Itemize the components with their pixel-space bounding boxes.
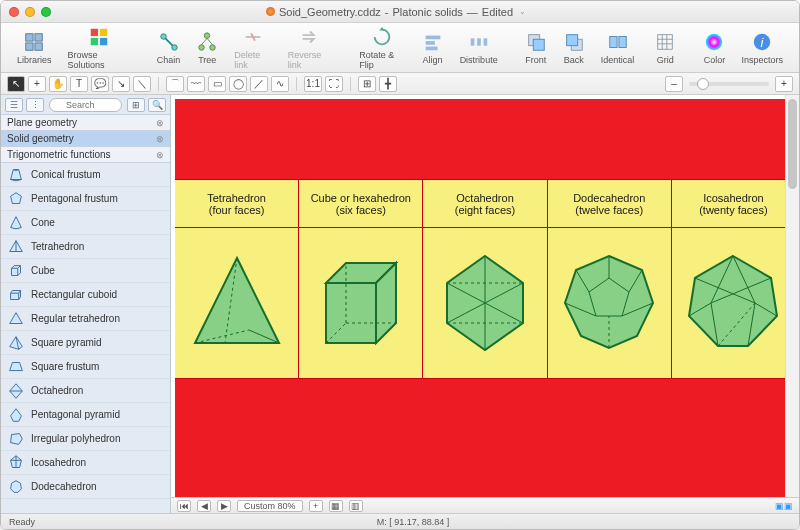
- solid-cell[interactable]: Icosahedron(twenty faces): [672, 180, 795, 378]
- solid-cell[interactable]: Cube or hexahedron(six faces): [299, 180, 423, 378]
- zoom-in-icon[interactable]: +: [775, 76, 793, 92]
- bezier-tool-icon[interactable]: ∿: [271, 76, 289, 92]
- shape-item[interactable]: Regular tetrahedron: [1, 307, 170, 331]
- identical-button[interactable]: Identical: [595, 31, 641, 65]
- category-solid-geometry[interactable]: Solid geometry⊗: [1, 131, 170, 147]
- svg-rect-29: [609, 36, 616, 47]
- main-toolbar: Libraries Browse Solutions Chain Tree De…: [1, 23, 799, 73]
- svg-rect-26: [533, 39, 544, 50]
- solid-cell[interactable]: Dodecahedron(twelve faces): [548, 180, 672, 378]
- shape-item[interactable]: Octahedron: [1, 379, 170, 403]
- rotate-flip-button[interactable]: Rotate & Flip: [353, 26, 411, 70]
- shape-label: Octahedron: [31, 385, 83, 396]
- zoom-slider[interactable]: [689, 82, 769, 86]
- shape-item[interactable]: Pentagonal frustum: [1, 187, 170, 211]
- title-chevron-icon[interactable]: ⌄: [519, 7, 526, 16]
- shape-icon: [7, 358, 25, 376]
- close-icon[interactable]: [9, 7, 19, 17]
- search-field[interactable]: [49, 98, 122, 112]
- vertical-scrollbar[interactable]: [785, 95, 799, 497]
- add-tool-icon[interactable]: +: [28, 76, 46, 92]
- line2-tool-icon[interactable]: ／: [250, 76, 268, 92]
- page-nav-next-icon[interactable]: ▶: [217, 500, 231, 512]
- zoom-label[interactable]: Custom 80%: [237, 500, 303, 512]
- svg-rect-0: [26, 33, 33, 40]
- zoom-icon[interactable]: [41, 7, 51, 17]
- shape-item[interactable]: Dodecahedron: [1, 475, 170, 499]
- search-go-icon[interactable]: 🔍: [148, 98, 166, 112]
- front-button[interactable]: Front: [519, 31, 553, 65]
- connector-tool-icon[interactable]: ↘: [112, 76, 130, 92]
- callout-tool-icon[interactable]: 💬: [91, 76, 109, 92]
- solid-header: Tetrahedron(four faces): [175, 180, 298, 228]
- grid-label: Grid: [657, 55, 674, 65]
- shape-item[interactable]: Cone: [1, 211, 170, 235]
- shape-item[interactable]: Tetrahedron: [1, 235, 170, 259]
- shape-item[interactable]: Square pyramid: [1, 331, 170, 355]
- solid-figure: [187, 228, 287, 378]
- view-tree-icon[interactable]: ⋮: [26, 98, 44, 112]
- page-add-icon[interactable]: +: [309, 500, 323, 512]
- rect-tool-icon[interactable]: ▭: [208, 76, 226, 92]
- shape-item[interactable]: Square frustum: [1, 355, 170, 379]
- shape-label: Irregular polyhedron: [31, 433, 121, 444]
- actual-size-icon[interactable]: 1:1: [304, 76, 322, 92]
- text-tool-icon[interactable]: T: [70, 76, 88, 92]
- snap-icon[interactable]: ⊞: [358, 76, 376, 92]
- reverse-link-button[interactable]: Reverse link: [282, 26, 338, 70]
- category-list: Plane geometry⊗Solid geometry⊗Trigonomet…: [1, 115, 170, 163]
- back-button[interactable]: Back: [557, 31, 591, 65]
- arc-tool-icon[interactable]: ⌒: [166, 76, 184, 92]
- view-list-icon[interactable]: ☰: [5, 98, 23, 112]
- color-button[interactable]: Color: [697, 31, 731, 65]
- spline-tool-icon[interactable]: 〰: [187, 76, 205, 92]
- page-tabs2-icon[interactable]: ▥: [349, 500, 363, 512]
- distribute-button[interactable]: Distribute: [454, 31, 504, 65]
- category-close-icon[interactable]: ⊗: [156, 150, 164, 160]
- shape-item[interactable]: Icosahedron: [1, 451, 170, 475]
- view-grid-icon[interactable]: ⊞: [127, 98, 145, 112]
- guides-icon[interactable]: ╋: [379, 76, 397, 92]
- solid-header: Icosahedron(twenty faces): [672, 180, 795, 228]
- fit-page-icon[interactable]: ⛶: [325, 76, 343, 92]
- app-window: Soid_Geometry.cddz - Platonic solids — E…: [0, 0, 800, 530]
- zoom-out-icon[interactable]: –: [665, 76, 683, 92]
- search-input[interactable]: [49, 98, 122, 112]
- page[interactable]: Tetrahedron(four faces)Cube or hexahedro…: [175, 99, 795, 497]
- category-trigonometric-functions[interactable]: Trigonometric functions⊗: [1, 147, 170, 163]
- library-sidebar: ☰ ⋮ ⊞ 🔍 Plane geometry⊗Solid geometry⊗Tr…: [1, 95, 171, 513]
- svg-rect-1: [35, 33, 42, 40]
- line-tool-icon[interactable]: ＼: [133, 76, 151, 92]
- grid-button[interactable]: Grid: [648, 31, 682, 65]
- delete-link-button[interactable]: Delete link: [228, 26, 278, 70]
- shape-item[interactable]: Conical frustum: [1, 163, 170, 187]
- tree-button[interactable]: Tree: [190, 31, 224, 65]
- page-nav-first-icon[interactable]: ⏮: [177, 500, 191, 512]
- align-button[interactable]: Align: [416, 31, 450, 65]
- chain-button[interactable]: Chain: [151, 31, 187, 65]
- layers-link[interactable]: ▣▣: [775, 501, 793, 511]
- canvas[interactable]: Tetrahedron(four faces)Cube or hexahedro…: [171, 95, 799, 497]
- minimize-icon[interactable]: [25, 7, 35, 17]
- shape-item[interactable]: Irregular polyhedron: [1, 427, 170, 451]
- tool-ribbon: ↖ + ✋ T 💬 ↘ ＼ ⌒ 〰 ▭ ◯ ／ ∿ 1:1 ⛶ ⊞ ╋ – +: [1, 73, 799, 95]
- shape-item[interactable]: Pentagonal pyramid: [1, 403, 170, 427]
- solid-name: Tetrahedron: [207, 192, 266, 204]
- hand-tool-icon[interactable]: ✋: [49, 76, 67, 92]
- svg-rect-19: [425, 35, 440, 39]
- page-nav-prev-icon[interactable]: ◀: [197, 500, 211, 512]
- libraries-button[interactable]: Libraries: [11, 31, 58, 65]
- category-close-icon[interactable]: ⊗: [156, 134, 164, 144]
- inspectors-button[interactable]: i Inspectors: [735, 31, 789, 65]
- solid-cell[interactable]: Tetrahedron(four faces): [175, 180, 299, 378]
- shape-label: Tetrahedron: [31, 241, 84, 252]
- ellipse-tool-icon[interactable]: ◯: [229, 76, 247, 92]
- page-tabs-icon[interactable]: ▦: [329, 500, 343, 512]
- category-close-icon[interactable]: ⊗: [156, 118, 164, 128]
- shape-item[interactable]: Rectangular cuboid: [1, 283, 170, 307]
- pointer-tool-icon[interactable]: ↖: [7, 76, 25, 92]
- category-plane-geometry[interactable]: Plane geometry⊗: [1, 115, 170, 131]
- shape-item[interactable]: Cube: [1, 259, 170, 283]
- browse-solutions-button[interactable]: Browse Solutions: [62, 26, 136, 70]
- solid-cell[interactable]: Octahedron(eight faces): [423, 180, 547, 378]
